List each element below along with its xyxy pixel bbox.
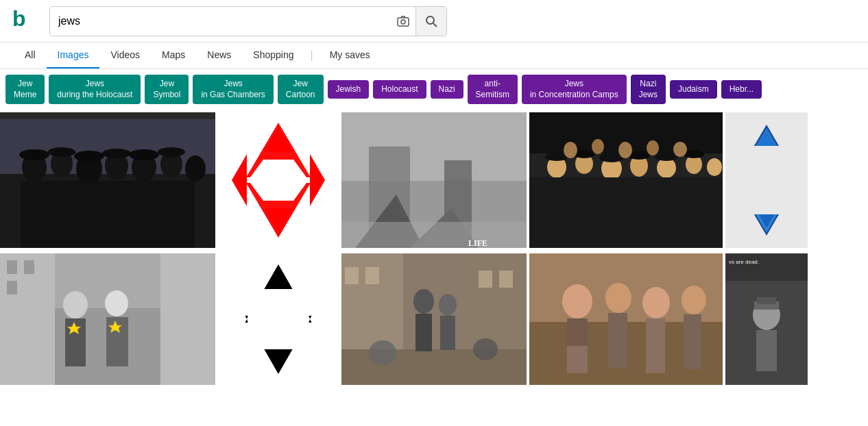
search-box — [49, 6, 447, 36]
image-street-scene[interactable] — [0, 253, 215, 385]
filter-chip-hebr[interactable]: Hebr... — [721, 80, 762, 99]
svg-marker-90 — [247, 289, 310, 349]
svg-rect-104 — [499, 271, 513, 288]
image-suffering-scene[interactable] — [529, 253, 723, 385]
image-item[interactable] — [0, 112, 215, 248]
svg-point-114 — [682, 286, 706, 314]
svg-rect-102 — [365, 267, 379, 284]
svg-point-99 — [369, 340, 396, 365]
camera-search-button[interactable] — [391, 7, 415, 36]
nav-divider: | — [310, 49, 313, 62]
tab-images[interactable]: Images — [47, 42, 100, 68]
svg-rect-56 — [529, 177, 723, 248]
svg-rect-83 — [24, 260, 34, 274]
svg-point-49 — [707, 158, 722, 176]
svg-rect-38 — [341, 222, 527, 248]
svg-point-20 — [129, 149, 159, 160]
svg-point-108 — [562, 284, 592, 318]
svg-point-110 — [605, 283, 631, 313]
filter-chip-holocaust2[interactable]: Holocaust — [373, 80, 426, 99]
image-star-of-david-red[interactable] — [218, 112, 339, 248]
image-ruins[interactable]: LIFE — [341, 112, 527, 248]
image-crowd-celebration[interactable] — [529, 112, 723, 248]
filter-row: JewMeme Jewsduring the Holocaust JewSymb… — [0, 69, 868, 110]
tab-my-saves[interactable]: My saves — [319, 42, 381, 68]
image-meme[interactable]: vs are dead. — [725, 253, 808, 385]
svg-text:b: b — [12, 6, 26, 30]
svg-rect-115 — [684, 314, 701, 369]
image-alley-scene[interactable] — [341, 253, 527, 385]
svg-point-19 — [102, 149, 131, 158]
filter-chip-jewish[interactable]: Jewish — [328, 80, 370, 99]
svg-point-17 — [48, 147, 75, 157]
svg-point-57 — [564, 142, 577, 158]
svg-point-59 — [618, 142, 632, 158]
svg-rect-82 — [7, 260, 17, 274]
filter-chip-gas-chambers[interactable]: Jewsin Gas Chambers — [193, 75, 273, 104]
image-grid-row1: LIFE — [0, 110, 868, 248]
filter-chip-judaism[interactable]: Judaism — [670, 80, 717, 99]
image-star-3d-blue[interactable] — [725, 112, 808, 248]
svg-point-74 — [63, 291, 88, 318]
svg-point-61 — [673, 142, 687, 157]
svg-rect-122 — [756, 330, 777, 371]
svg-point-14 — [185, 155, 206, 181]
svg-text:LIFE: LIFE — [468, 238, 487, 248]
filter-chip-holocaust[interactable]: Jewsduring the Holocaust — [49, 75, 141, 104]
svg-point-60 — [647, 140, 659, 155]
svg-point-58 — [592, 139, 604, 154]
bing-logo: b — [11, 5, 36, 36]
filter-chip-jew-meme[interactable]: JewMeme — [5, 75, 45, 104]
filter-chip-nazi[interactable]: Nazi — [431, 80, 463, 99]
svg-rect-119 — [725, 253, 808, 281]
svg-point-18 — [74, 151, 104, 162]
svg-marker-70 — [731, 146, 802, 214]
svg-rect-1 — [398, 18, 409, 26]
svg-rect-81 — [160, 253, 215, 385]
filter-chip-nazi-jews[interactable]: NaziJews — [631, 75, 666, 104]
svg-rect-124 — [757, 297, 776, 304]
filter-chip-cartoon[interactable]: JewCartoon — [278, 75, 324, 104]
tab-all[interactable]: All — [14, 42, 47, 68]
svg-rect-111 — [608, 313, 627, 368]
svg-line-4 — [433, 23, 437, 27]
search-input[interactable] — [50, 7, 391, 36]
filter-chip-concentration-camps[interactable]: Jewsin Concentration Camps — [522, 75, 627, 104]
nav-tabs: All Images Videos Maps News Shopping | M… — [0, 42, 868, 69]
image-star-of-david-black[interactable] — [218, 253, 339, 385]
image-grid-row2: vs are dead. — [0, 251, 868, 385]
svg-point-97 — [439, 294, 457, 316]
svg-text:vs are dead.: vs are dead. — [729, 259, 759, 265]
svg-point-2 — [401, 20, 405, 24]
svg-rect-103 — [479, 271, 492, 288]
svg-rect-77 — [106, 317, 128, 366]
svg-rect-96 — [415, 314, 432, 351]
svg-point-3 — [426, 16, 434, 24]
svg-point-76 — [105, 290, 128, 316]
tab-news[interactable]: News — [196, 42, 242, 68]
search-button[interactable] — [415, 7, 446, 36]
svg-rect-98 — [440, 316, 455, 350]
svg-rect-116 — [567, 318, 588, 346]
svg-point-112 — [642, 287, 670, 318]
svg-point-100 — [473, 338, 498, 360]
svg-point-95 — [413, 289, 434, 314]
tab-maps[interactable]: Maps — [151, 42, 196, 68]
svg-point-21 — [158, 147, 185, 157]
svg-rect-15 — [21, 181, 195, 248]
svg-point-54 — [655, 153, 678, 161]
tab-videos[interactable]: Videos — [99, 42, 151, 68]
filter-chip-symbol[interactable]: JewSymbol — [145, 75, 189, 104]
svg-rect-84 — [7, 281, 17, 295]
svg-point-16 — [19, 149, 49, 160]
tab-shopping[interactable]: Shopping — [242, 42, 304, 68]
header: b — [0, 0, 868, 42]
filter-chip-antisemitism[interactable]: anti-Semitism — [468, 75, 518, 104]
svg-rect-101 — [345, 267, 359, 284]
svg-rect-113 — [646, 318, 665, 373]
